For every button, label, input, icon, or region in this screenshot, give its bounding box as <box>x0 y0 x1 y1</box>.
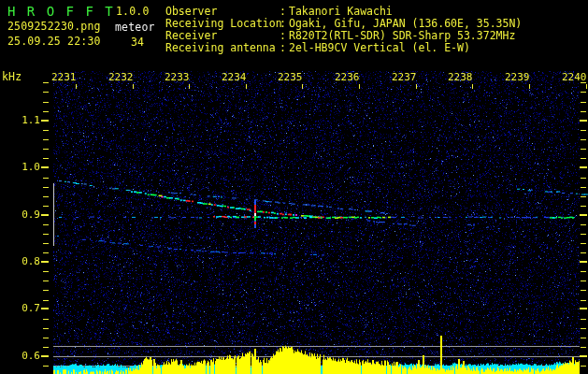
x-tick-label: 2234 <box>222 72 248 82</box>
app-version: 1.0.0 <box>116 7 150 18</box>
x-tick-label: 2236 <box>335 72 361 82</box>
y-tick-label: 0.9 <box>14 209 40 220</box>
info-label: Receiving antenna <box>165 42 280 54</box>
x-tick-label: 2232 <box>108 72 135 82</box>
x-tick-label: 2233 <box>165 72 191 82</box>
meteor-count: 34 <box>131 37 144 49</box>
x-tick-label: 2231 <box>51 72 78 82</box>
hrofft-window: H R O F F T 1.0.0 2509252230.png meteor … <box>0 0 588 374</box>
info-value: 2el-HB9CV Vertical (el. E-W) <box>289 42 470 54</box>
x-tick-label: 2237 <box>392 72 418 82</box>
station-info: Observer:Takanori Kawachi Receiving Loca… <box>165 6 522 54</box>
y-tick-label: 0.6 <box>14 351 40 361</box>
output-filename: 2509252230.png <box>7 22 101 33</box>
x-tick-label: 2235 <box>278 72 304 82</box>
x-tick-label: 2240 <box>562 72 588 82</box>
y-tick-label: 1.1 <box>14 115 40 125</box>
mode-label: meteor <box>115 22 155 34</box>
y-tick-label: 0.8 <box>14 256 40 266</box>
y-tick-label: 1.0 <box>14 162 40 172</box>
date-time: 25.09.25 22:30 <box>7 36 101 48</box>
x-tick-label: 2239 <box>505 72 531 82</box>
colon: : <box>280 42 289 54</box>
y-axis-unit-label: kHz <box>2 72 22 83</box>
x-tick-label: 2238 <box>448 72 474 82</box>
spectrogram-canvas <box>0 0 588 374</box>
y-tick-label: 0.7 <box>14 303 40 313</box>
app-title: H R O F F T <box>7 5 115 18</box>
info-row-antenna: Receiving antenna:2el-HB9CV Vertical (el… <box>165 42 522 54</box>
